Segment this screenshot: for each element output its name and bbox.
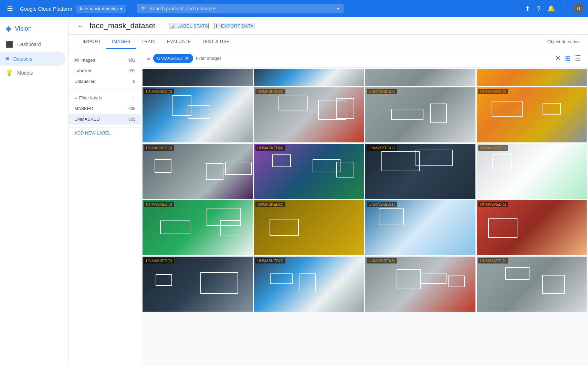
label-stats-button[interactable]: 📊 LABEL STATS <box>169 23 209 29</box>
tab-import[interactable]: IMPORT <box>77 35 106 49</box>
filter-bar: ≡ UNMASKED ✕ Filter images ✕ ⊞ ☰ <box>141 49 588 67</box>
image-card[interactable]: UNMASKED(2) <box>254 257 364 312</box>
image-placeholder <box>477 200 587 255</box>
upload-icon[interactable]: ⬆ <box>523 3 532 14</box>
image-placeholder <box>143 87 253 142</box>
tab-train[interactable]: TRAIN <box>136 35 161 49</box>
image-card[interactable]: UNMASKED(2) <box>365 87 475 142</box>
image-placeholder <box>254 87 364 142</box>
datasets-icon: ≡ <box>6 55 9 62</box>
image-placeholder <box>365 200 475 255</box>
image-card[interactable] <box>143 69 253 86</box>
image-card[interactable] <box>254 69 364 86</box>
all-images-count: 991 <box>128 58 135 63</box>
image-card[interactable]: UNMASKED(1) <box>254 200 364 255</box>
image-label: UNMASKED(1) <box>478 145 508 151</box>
unlabelled-label: Unlabelled <box>74 79 95 84</box>
filter-labelled[interactable]: Labelled 991 <box>69 65 141 76</box>
tab-test-use[interactable]: TEST & USE <box>196 35 235 49</box>
masked-label: MASKED <box>74 106 93 111</box>
filter-unlabelled[interactable]: Unlabelled 0 <box>69 76 141 87</box>
image-placeholder <box>143 257 253 312</box>
main-content: ← face_mask_dataset 📊 LABEL STATS ⬆ EXPO… <box>69 17 588 366</box>
more-options-icon[interactable]: ⋮ <box>131 95 135 100</box>
add-new-label-button[interactable]: ADD NEW LABEL <box>69 128 141 138</box>
page-title: face_mask_dataset <box>90 21 155 30</box>
image-card[interactable]: UNMASKED(1) <box>477 144 587 199</box>
image-placeholder <box>254 257 364 312</box>
notifications-icon[interactable]: 🔔 <box>545 3 557 14</box>
image-placeholder <box>254 144 364 199</box>
search-input[interactable] <box>149 6 334 11</box>
help-icon[interactable]: ? <box>535 3 543 14</box>
image-label: UNMASKED(1) <box>367 202 397 207</box>
close-filter-button[interactable]: ✕ <box>555 54 561 62</box>
chevron-down-icon: ▾ <box>120 6 123 11</box>
project-selector[interactable]: face-mask-detector ▾ <box>76 5 126 13</box>
list-view-button[interactable]: ☰ <box>574 53 582 64</box>
filter-bar-right: ✕ ⊞ ☰ <box>555 53 582 64</box>
label-item-masked[interactable]: MASKED 635 <box>69 103 141 114</box>
image-placeholder <box>254 200 364 255</box>
bar-chart-icon: 📊 <box>170 23 176 29</box>
grid-view-button[interactable]: ⊞ <box>564 53 572 64</box>
filter-section-labels: ≡ Filter labels ⋮ MASKED 635 UNMASKED 60… <box>69 90 141 128</box>
tab-images[interactable]: IMAGES <box>106 35 136 49</box>
image-card[interactable]: UNMASKED(2) <box>477 257 587 312</box>
menu-icon[interactable]: ☰ <box>4 2 16 15</box>
image-card[interactable]: UNMASKED(1) <box>477 200 587 255</box>
service-header: ◈ Vision <box>0 20 69 37</box>
image-card[interactable]: UNMASKED(2) <box>143 87 253 142</box>
back-button[interactable]: ← <box>77 22 84 30</box>
image-panel: ≡ UNMASKED ✕ Filter images ✕ ⊞ ☰ <box>141 49 588 366</box>
image-card[interactable]: UNMASKED(3) <box>143 200 253 255</box>
image-card[interactable]: UNMASKED(2) <box>477 87 587 142</box>
sidebar-item-dashboard[interactable]: ⬛ Dashboard <box>0 37 66 52</box>
image-card[interactable] <box>477 69 587 86</box>
active-filter-chip[interactable]: UNMASKED ✕ <box>153 54 193 63</box>
image-card[interactable]: UNMASKED(2) <box>143 257 253 312</box>
image-card[interactable] <box>365 69 475 86</box>
search-bar[interactable]: 🔍 ▾ <box>137 4 344 13</box>
image-label: UNMASKED(2) <box>478 89 508 94</box>
dashboard-icon: ⬛ <box>6 41 13 48</box>
search-icon: 🔍 <box>141 6 147 11</box>
top-navigation: ☰ Google Cloud Platform face-mask-detect… <box>0 0 588 17</box>
avatar[interactable]: U <box>573 3 584 14</box>
image-card[interactable]: UNMASKED(3) <box>143 144 253 199</box>
filter-images-label[interactable]: Filter images <box>196 56 221 61</box>
image-label: UNMASKED(3) <box>255 89 286 94</box>
image-placeholder <box>365 87 475 142</box>
sidebar-item-datasets[interactable]: ≡ Datasets <box>0 52 66 66</box>
unmasked-label: UNMASKED <box>74 117 100 122</box>
sidebar-item-label: Dashboard <box>17 42 41 47</box>
export-data-button[interactable]: ⬆ EXPORT DATA <box>214 23 254 29</box>
sidebar-item-label: Models <box>17 70 33 76</box>
image-placeholder <box>143 144 253 199</box>
image-placeholder <box>477 257 587 312</box>
sidebar-item-models[interactable]: 💡 Models <box>0 66 66 80</box>
image-label: UNMASKED(3) <box>144 202 174 207</box>
masked-count: 635 <box>128 106 135 111</box>
filter-labels-label: ≡ Filter labels <box>74 95 102 100</box>
filter-chip-label: UNMASKED <box>157 56 183 61</box>
image-card[interactable]: UNMASKED(2) <box>365 144 475 199</box>
more-vert-icon[interactable]: ⋮ <box>560 3 570 14</box>
image-card[interactable]: UNMASKED(1) <box>365 200 475 255</box>
image-label: UNMASKED(1) <box>255 202 286 207</box>
filter-chip-close[interactable]: ✕ <box>185 55 189 62</box>
filter-all-images[interactable]: All images 991 <box>69 55 141 65</box>
filter-icon: ≡ <box>74 95 77 100</box>
image-label: UNMASKED(4) <box>255 145 286 151</box>
project-name: face-mask-detector <box>80 6 118 11</box>
image-label: UNMASKED(2) <box>478 258 508 263</box>
image-card[interactable]: UNMASKED(4) <box>254 144 364 199</box>
image-label: UNMASKED(2) <box>367 89 397 94</box>
content-area: All images 991 Labelled 991 Unlabelled 0 <box>69 49 588 366</box>
label-item-unmasked[interactable]: UNMASKED 605 <box>69 114 141 125</box>
labelled-label: Labelled <box>74 68 91 73</box>
image-card[interactable]: UNMASKED(3) <box>365 257 475 312</box>
image-card[interactable]: UNMASKED(3) <box>254 87 364 142</box>
tab-evaluate[interactable]: EVALUATE <box>161 35 196 49</box>
sidebar-item-label: Datasets <box>13 56 32 62</box>
